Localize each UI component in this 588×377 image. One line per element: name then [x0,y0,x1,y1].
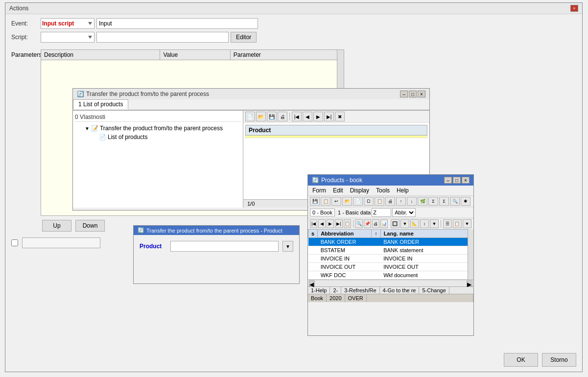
params-col-parameter: Parameter [230,50,343,60]
pb-nav-t7[interactable]: 📌 [364,219,371,228]
table-row[interactable] [246,136,427,138]
pb-nav2-t1[interactable]: 🔲 [391,219,400,228]
transfer-min-btn[interactable]: – [400,91,408,97]
tab-toolbar: 📄 📂 💾 🖨 |◀ ◀ ▶ ▶| ✖ [243,111,429,123]
toolbar-sep1 [289,113,290,120]
pb-new-btn[interactable]: 📄 [353,197,363,206]
transfer-close-btn[interactable]: × [418,91,425,97]
up-button[interactable]: Up [42,220,71,232]
tab-new-btn[interactable]: 📄 [245,112,255,121]
pb-nav2-sort[interactable]: ↕ [420,219,429,228]
menu-tools[interactable]: Tools [375,187,391,194]
pb-col-langname: Lang. name [380,230,473,238]
pb-hscroll-right[interactable]: ▶ [467,281,472,286]
nav2-sep [441,220,441,228]
tab-open-btn[interactable]: 📂 [256,112,266,121]
table-row[interactable]: BANK ORDER BANK ORDER [308,238,473,246]
menu-help[interactable]: Help [395,187,410,194]
pb-up-btn[interactable]: ↑ [396,197,406,206]
ok-button[interactable]: OK [504,353,538,367]
event-input[interactable] [96,18,258,29]
products-book-close-btn[interactable]: × [462,177,470,184]
main-close-btn[interactable]: × [570,5,578,12]
pb-t2[interactable]: 📋 [321,197,330,206]
pb-nav2-t8[interactable]: ▼ [463,219,471,228]
script-select[interactable] [41,32,94,43]
abbr-dropdown[interactable]: Abbr. [392,208,416,217]
pb-nav-prev[interactable]: ◀ [318,219,326,228]
pb-col-abbr: Abbreviation [318,230,372,238]
pb-nav-first[interactable]: |◀ [310,219,317,228]
pb-copy-btn[interactable]: 🗋 [364,197,374,206]
tree-item-listofproducts[interactable]: 📄 List of products [91,133,241,141]
pb-t13[interactable]: Σ [439,197,449,206]
transfer-max-btn[interactable]: □ [409,91,417,97]
down-button[interactable]: Down [75,220,105,232]
products-book-selector-row: 0 - Book 1 - Basic data Abbr. [308,207,473,218]
products-book-min-btn[interactable]: – [444,177,452,184]
menu-edit[interactable]: Edit [331,187,345,194]
pb-nav-t8[interactable]: 🖨 [372,219,379,228]
products-book-window: 🔄 Products - book – □ × Form Edit Displa… [307,174,474,336]
pb-nav2-t3[interactable]: 📐 [410,219,419,228]
pb-nav2-filter[interactable]: ▼ [400,219,409,228]
pb-nav2-t6[interactable]: ☰ [443,219,452,228]
pb-status-f4: 4-Go to the re [380,287,420,294]
tp-product-input[interactable] [170,241,279,252]
transfer-dialog-titlebar: 🔄 Transfer the product from/to the paren… [73,89,429,99]
pb-nav2-t7[interactable]: 📋 [453,219,462,228]
pb-nav-last[interactable]: ▶| [335,219,342,228]
storno-button[interactable]: Storno [542,353,576,367]
menu-display[interactable]: Display [349,187,371,194]
tab-prev-btn[interactable]: ◀ [303,112,312,121]
event-select[interactable]: Input script [41,18,94,29]
pb-nav-search[interactable]: 🔍 [355,219,362,228]
pb-bottom-extra [367,294,473,302]
script-input[interactable] [96,32,229,43]
transfer-tab-list[interactable]: 1 List of products [73,99,128,110]
pb-save-btn[interactable]: 💾 [310,197,320,206]
pb-bottom-over: OVER [345,294,367,302]
products-book-max-btn[interactable]: □ [453,177,461,184]
book-selector-label[interactable]: 0 - Book [310,209,335,216]
pb-nav2-t5[interactable]: ▼ [430,219,439,228]
checkbox-input[interactable] [11,239,18,246]
pb-t8[interactable]: 🖨 [385,197,395,206]
pb-hscroll-track[interactable] [316,282,466,285]
table-row[interactable]: WKF DOC Wkf document [308,271,473,280]
pb-nav-next[interactable]: ▶ [327,219,334,228]
table-row[interactable]: BSTATEM BANK statement [308,246,473,255]
tab-first-btn[interactable]: |◀ [292,112,302,121]
pb-cell-langname-3: INVOICE IN [380,255,473,263]
tree-item-transfer[interactable]: ▼ 📝 Transfer the product from/to the par… [83,124,241,133]
pb-nav-t9[interactable]: 📊 [380,219,388,228]
pb-t15[interactable]: ✱ [461,197,470,206]
pb-search-btn[interactable]: 🔍 [450,197,460,206]
pb-down-btn[interactable]: ↓ [407,197,417,206]
tab-save-btn[interactable]: 💾 [267,112,277,121]
tab-print-btn[interactable]: 🖨 [278,112,287,121]
pb-hscroll-left[interactable]: ◀ [309,281,315,286]
pb-scrollbar[interactable] [468,229,473,280]
table-row[interactable]: INVOICE OUT INVOICE OUT [308,263,473,271]
pb-bottom-book: Book [308,294,327,302]
table-row[interactable]: INVOICE IN INVOICE IN [308,255,473,263]
pb-t11[interactable]: 🌿 [418,197,427,206]
checkbox-text-input[interactable] [22,237,100,248]
tab-del-btn[interactable]: ✖ [335,112,345,121]
tp-dropdown-btn[interactable]: ▼ [282,241,293,252]
products-book-toolbar1: 💾 📋 ↩ 📂 📄 🗋 📋 🖨 ↑ ↓ 🌿 Σ Σ 🔍 ✱ [308,196,473,207]
abbr-input[interactable] [372,208,391,217]
event-label: Event: [11,20,41,27]
pb-undo-btn[interactable]: ↩ [331,197,341,206]
pb-paste-btn[interactable]: 📋 [375,197,384,206]
script-row: Script: Editor [11,32,576,43]
pb-nav-t5[interactable]: 📋 [344,219,351,228]
editor-button[interactable]: Editor [231,32,257,43]
pb-sum-btn[interactable]: Σ [428,197,438,206]
tab-next-btn[interactable]: ▶ [313,112,323,121]
pb-t4[interactable]: 📂 [342,197,352,206]
tab-last-btn[interactable]: ▶| [324,112,334,121]
products-book-nav-toolbar: |◀ ◀ ▶ ▶| 📋 🔍 📌 🖨 📊 🔲 ▼ 📐 ↕ ▼ ☰ 📋 ▼ [308,218,473,229]
menu-form[interactable]: Form [311,187,328,194]
